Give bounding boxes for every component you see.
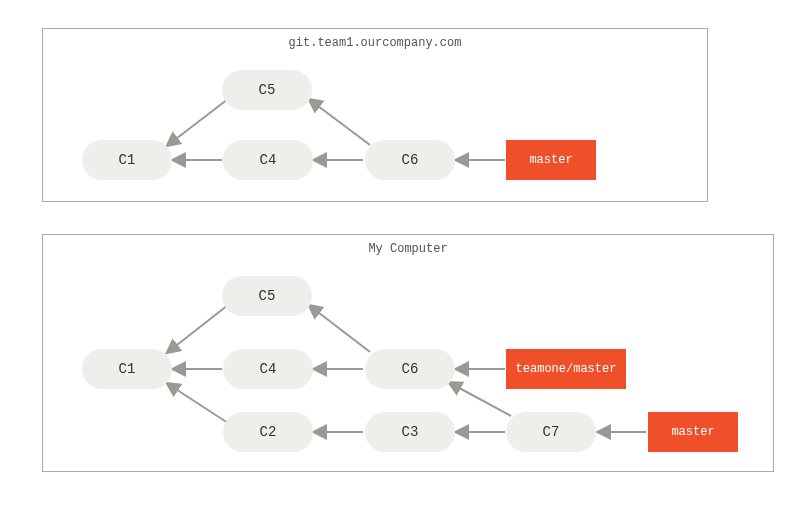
commit-label: C1	[119, 361, 136, 377]
local-branch-master: master	[648, 412, 738, 452]
local-commit-c4: C4	[223, 349, 313, 389]
local-commit-c7: C7	[506, 412, 596, 452]
commit-label: C5	[259, 288, 276, 304]
local-commit-c6: C6	[365, 349, 455, 389]
commit-label: C4	[260, 152, 277, 168]
local-commit-c5: C5	[222, 276, 312, 316]
panel-server-title: git.team1.ourcompany.com	[42, 36, 708, 50]
commit-label: C3	[402, 424, 419, 440]
server-commit-c6: C6	[365, 140, 455, 180]
server-commit-c4: C4	[223, 140, 313, 180]
panel-local-title: My Computer	[42, 242, 774, 256]
server-branch-master: master	[506, 140, 596, 180]
branch-label: master	[671, 425, 714, 439]
local-branch-teamone-master: teamone/master	[506, 349, 626, 389]
local-commit-c2: C2	[223, 412, 313, 452]
commit-label: C6	[402, 361, 419, 377]
commit-label: C4	[260, 361, 277, 377]
server-commit-c5: C5	[222, 70, 312, 110]
commit-label: C2	[260, 424, 277, 440]
branch-label: teamone/master	[516, 362, 617, 376]
commit-label: C7	[543, 424, 560, 440]
commit-label: C1	[119, 152, 136, 168]
diagram-stage: git.team1.ourcompany.com C5 C1 C4 C6 mas…	[0, 0, 800, 507]
commit-label: C6	[402, 152, 419, 168]
local-commit-c3: C3	[365, 412, 455, 452]
branch-label: master	[529, 153, 572, 167]
commit-label: C5	[259, 82, 276, 98]
local-commit-c1: C1	[82, 349, 172, 389]
server-commit-c1: C1	[82, 140, 172, 180]
